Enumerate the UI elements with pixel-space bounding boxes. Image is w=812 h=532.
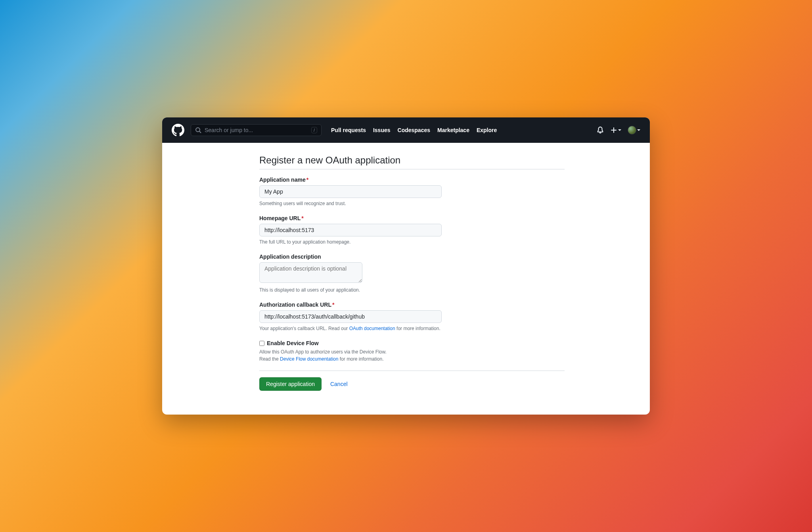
field-app-name: Application name* Something users will r… (259, 177, 565, 206)
field-homepage: Homepage URL* The full URL to your appli… (259, 215, 565, 245)
help-description: This is displayed to all users of your a… (259, 287, 565, 293)
input-app-name[interactable] (259, 185, 442, 198)
label-app-name: Application name* (259, 177, 565, 183)
nav-explore[interactable]: Explore (477, 127, 497, 133)
help-device-flow-2: Read the Device Flow documentation for m… (259, 356, 565, 362)
user-menu[interactable] (628, 126, 640, 134)
input-description[interactable] (259, 262, 362, 283)
help-homepage: The full URL to your application homepag… (259, 239, 565, 245)
required-indicator: * (301, 215, 303, 221)
field-description: Application description This is displaye… (259, 254, 565, 293)
caret-down-icon (618, 129, 621, 131)
help-device-flow-1: Allow this OAuth App to authorize users … (259, 349, 565, 355)
avatar (628, 126, 636, 134)
input-callback[interactable] (259, 310, 442, 323)
divider (259, 371, 565, 371)
plus-icon (610, 127, 617, 134)
label-homepage: Homepage URL* (259, 215, 565, 221)
checkbox-device-flow[interactable] (259, 341, 264, 346)
field-callback: Authorization callback URL* Your applica… (259, 302, 565, 331)
nav-issues[interactable]: Issues (373, 127, 391, 133)
register-button[interactable]: Register application (259, 377, 322, 391)
search-input[interactable] (205, 127, 311, 133)
required-indicator: * (306, 177, 308, 183)
input-homepage[interactable] (259, 224, 442, 236)
label-description: Application description (259, 254, 565, 260)
label-device-flow[interactable]: Enable Device Flow (267, 340, 319, 346)
browser-window: / Pull requests Issues Codespaces Market… (162, 117, 650, 415)
nav-links: Pull requests Issues Codespaces Marketpl… (331, 127, 497, 133)
topbar: / Pull requests Issues Codespaces Market… (162, 117, 650, 143)
page-title: Register a new OAuth application (259, 155, 565, 169)
nav-marketplace[interactable]: Marketplace (437, 127, 469, 133)
help-callback: Your application's callback URL. Read ou… (259, 326, 565, 331)
search-icon (195, 127, 201, 133)
nav-pull-requests[interactable]: Pull requests (331, 127, 366, 133)
svg-point-0 (196, 128, 200, 132)
form-actions: Register application Cancel (259, 377, 565, 391)
help-app-name: Something users will recognize and trust… (259, 201, 565, 206)
oauth-docs-link[interactable]: OAuth documentation (349, 326, 395, 331)
notifications-icon[interactable] (597, 127, 604, 134)
cancel-link[interactable]: Cancel (330, 381, 348, 387)
device-flow-docs-link[interactable]: Device Flow documentation (280, 356, 338, 362)
create-new-dropdown[interactable] (610, 127, 621, 134)
svg-line-1 (199, 131, 201, 133)
search-box[interactable]: / (191, 124, 322, 136)
label-callback: Authorization callback URL* (259, 302, 565, 308)
github-logo-icon[interactable] (172, 124, 184, 136)
field-device-flow: Enable Device Flow Allow this OAuth App … (259, 340, 565, 362)
search-shortcut: / (311, 127, 317, 133)
main-content: Register a new OAuth application Applica… (259, 143, 565, 415)
caret-down-icon (637, 129, 640, 131)
nav-codespaces[interactable]: Codespaces (398, 127, 430, 133)
required-indicator: * (332, 302, 334, 308)
